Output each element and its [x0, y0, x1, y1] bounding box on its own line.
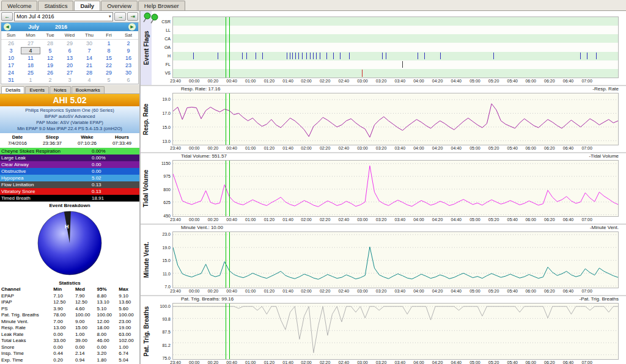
event-tick-h[interactable]: [313, 53, 314, 59]
event-tick-h[interactable]: [316, 53, 317, 59]
event-tick-h[interactable]: [295, 53, 296, 59]
details-tab-events[interactable]: Events: [25, 86, 48, 93]
calendar-day[interactable]: 7: [79, 47, 99, 54]
latest-day-button[interactable]: ⇥: [127, 12, 138, 21]
time-cursor[interactable]: [229, 232, 230, 288]
calendar-day[interactable]: 1: [21, 76, 40, 84]
calendar-day[interactable]: 17: [1, 62, 21, 69]
prev-day-button[interactable]: ←: [1, 12, 13, 21]
calendar-day[interactable]: 5: [40, 47, 60, 54]
bookmark-pin-icon[interactable]: [142, 12, 159, 26]
event-tick-h[interactable]: [290, 53, 290, 59]
calendar-day[interactable]: 6: [60, 47, 79, 54]
event-tick-h[interactable]: [493, 53, 494, 59]
calendar-day[interactable]: 26: [40, 69, 60, 76]
event-tick-h[interactable]: [292, 53, 293, 59]
tab-welcome[interactable]: Welcome: [1, 1, 37, 10]
details-tab-details[interactable]: Details: [1, 86, 24, 93]
calendar-day[interactable]: 13: [60, 54, 79, 62]
details-tab-notes[interactable]: Notes: [50, 86, 71, 93]
time-cursor[interactable]: [229, 304, 230, 359]
calendar-day[interactable]: 18: [21, 62, 40, 69]
event-tick-h[interactable]: [320, 53, 320, 59]
tidal-volume-plot[interactable]: [172, 160, 619, 217]
calendar-day[interactable]: 23: [119, 62, 138, 69]
calendar-day[interactable]: 2: [119, 40, 138, 47]
calendar-day[interactable]: 9: [119, 47, 138, 54]
minute-vent-plot[interactable]: [172, 231, 619, 288]
calendar-day[interactable]: 16: [119, 54, 138, 62]
calendar-day[interactable]: 28: [40, 40, 60, 47]
event-tick-h[interactable]: [349, 53, 350, 59]
event-tick-h[interactable]: [218, 53, 218, 59]
time-cursor[interactable]: [226, 161, 226, 216]
event-tick-h[interactable]: [193, 53, 194, 59]
calendar-day[interactable]: 20: [60, 62, 79, 69]
event-flags-plot[interactable]: [172, 16, 619, 78]
event-tick-h[interactable]: [587, 53, 587, 59]
event-tick-h[interactable]: [242, 53, 243, 59]
prev-month-button[interactable]: ◀: [4, 23, 11, 31]
event-tick-fl[interactable]: [402, 61, 403, 68]
calendar-day[interactable]: 2: [40, 76, 60, 84]
pat-trig-breaths-plot[interactable]: [172, 303, 619, 360]
event-tick-h[interactable]: [386, 53, 386, 59]
calendar-day[interactable]: 4: [21, 47, 40, 54]
calendar-month-label[interactable]: July: [28, 24, 39, 30]
calendar-day[interactable]: 28: [79, 69, 99, 76]
event-tick-vs[interactable]: [362, 70, 363, 76]
tab-overview[interactable]: Overview: [101, 1, 138, 10]
event-tick-h[interactable]: [333, 53, 334, 59]
event-tick-h[interactable]: [424, 53, 425, 59]
next-month-button[interactable]: ▶: [128, 23, 136, 31]
calendar-day[interactable]: 5: [99, 76, 119, 84]
calendar-day[interactable]: 25: [21, 69, 40, 76]
calendar-day[interactable]: 26: [1, 40, 21, 47]
time-cursor[interactable]: [226, 232, 226, 288]
calendar-day[interactable]: 27: [60, 69, 79, 76]
event-tick-h[interactable]: [287, 53, 287, 59]
calendar-year-label[interactable]: 2016: [55, 24, 67, 30]
calendar-day[interactable]: 10: [1, 54, 21, 62]
calendar-day[interactable]: 29: [60, 40, 79, 47]
event-tick-h[interactable]: [302, 53, 303, 59]
calendar-day[interactable]: 30: [119, 69, 138, 76]
event-tick-h[interactable]: [306, 53, 307, 59]
calendar-day[interactable]: 3: [60, 76, 79, 84]
calendar-day[interactable]: 14: [79, 54, 99, 62]
calendar-day[interactable]: 29: [99, 69, 119, 76]
calendar-day[interactable]: 30: [79, 40, 99, 47]
tab-statistics[interactable]: Statistics: [38, 1, 73, 10]
event-tick-h[interactable]: [262, 53, 263, 59]
event-tick-h[interactable]: [340, 53, 341, 59]
next-day-button[interactable]: →: [114, 12, 126, 21]
calendar-day[interactable]: 1: [99, 40, 119, 47]
time-cursor[interactable]: [226, 93, 226, 145]
time-cursor[interactable]: [229, 93, 230, 145]
event-tick-h[interactable]: [246, 53, 247, 59]
calendar-day[interactable]: 24: [1, 69, 21, 76]
event-tick-h[interactable]: [382, 53, 383, 59]
time-cursor[interactable]: [229, 161, 230, 216]
time-cursor[interactable]: [229, 17, 230, 78]
calendar-day[interactable]: 12: [40, 54, 60, 62]
details-tab-bookmarks[interactable]: Bookmarks: [72, 86, 105, 93]
calendar-day[interactable]: 11: [21, 54, 40, 62]
tab-daily[interactable]: Daily: [74, 1, 100, 10]
calendar-day[interactable]: 22: [99, 62, 119, 69]
resp-rate-plot[interactable]: [172, 93, 619, 145]
calendar-day[interactable]: 31: [1, 76, 21, 84]
time-cursor[interactable]: [226, 304, 226, 359]
event-tick-h[interactable]: [440, 53, 441, 59]
calendar-day[interactable]: 19: [40, 62, 60, 69]
calendar-day[interactable]: 4: [79, 76, 99, 84]
event-tick-h[interactable]: [298, 53, 299, 59]
calendar-day[interactable]: 15: [99, 54, 119, 62]
event-tick-h[interactable]: [418, 53, 418, 59]
calendar-day[interactable]: 21: [79, 62, 99, 69]
event-tick-h[interactable]: [326, 53, 327, 59]
calendar-day[interactable]: 8: [99, 47, 119, 54]
event-tick-h[interactable]: [256, 53, 256, 59]
time-cursor[interactable]: [226, 17, 226, 78]
calendar-day[interactable]: 3: [1, 47, 21, 54]
